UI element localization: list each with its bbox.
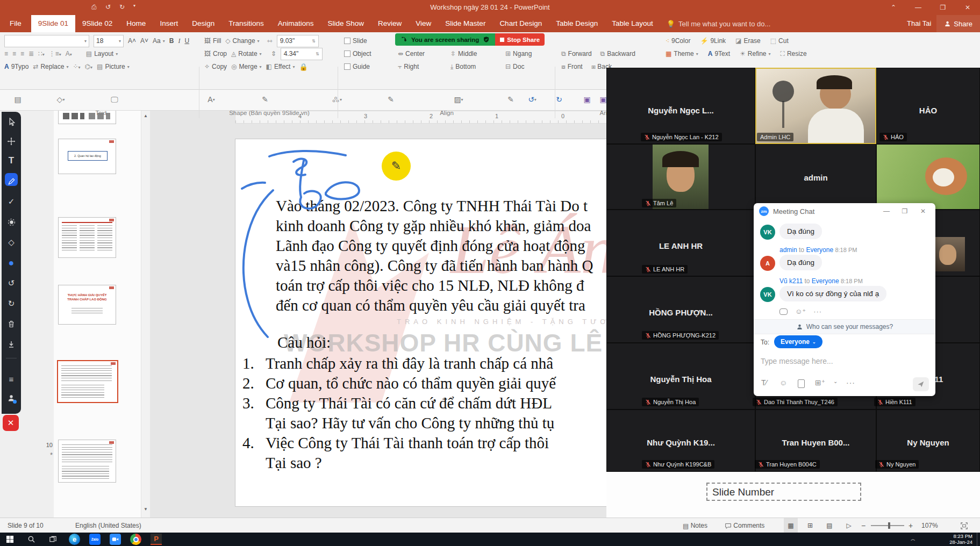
- slide-number-placeholder[interactable]: Slide Number: [706, 483, 861, 501]
- close-icon[interactable]: ✕: [955, 0, 980, 15]
- share-button[interactable]: Share: [936, 15, 980, 32]
- show-desktop-button[interactable]: [977, 533, 980, 546]
- zoom-out-button[interactable]: −: [861, 518, 865, 533]
- notes-page-icon[interactable]: ▤: [10, 92, 25, 106]
- color-swatch-icon[interactable]: ●: [2, 255, 21, 271]
- shapes-icon[interactable]: ◇▾: [53, 92, 68, 106]
- check-tool-icon[interactable]: ✓: [2, 193, 21, 210]
- slide-thumbnail[interactable]: 2. Quan hệ lao động: [58, 139, 116, 174]
- erase-button[interactable]: ◪Erase: [735, 37, 761, 45]
- font-color-icon[interactable]: A▾: [204, 92, 219, 106]
- chat-message[interactable]: Vì ko có sự đồng ý của nlđ ạ: [779, 286, 886, 301]
- text-tool-icon[interactable]: T: [2, 153, 21, 169]
- tab-9slide01[interactable]: 9Slide 01: [31, 15, 75, 32]
- slide-thumbnail[interactable]: [58, 440, 116, 483]
- fill-button[interactable]: 🖽Fill: [204, 37, 221, 45]
- zoom-in-button[interactable]: +: [909, 518, 913, 533]
- text-style-icon[interactable]: A▾: [66, 50, 72, 58]
- redo-annotation-icon[interactable]: ↻: [2, 296, 21, 312]
- monitor-icon[interactable]: 🖵: [107, 92, 122, 106]
- align-center-button[interactable]: ⇹Center: [398, 50, 425, 58]
- 9text-button[interactable]: A9Text: [708, 50, 730, 58]
- taskbar-search-icon[interactable]: [26, 534, 37, 545]
- save-icon[interactable]: ▣: [580, 92, 595, 106]
- rotate-button[interactable]: ◬Rotate▾: [231, 50, 262, 58]
- draw-table-icon[interactable]: ▨▾: [451, 92, 466, 106]
- participants-icon[interactable]: [2, 390, 21, 406]
- reading-view-button[interactable]: ▤: [822, 518, 836, 533]
- merge-button[interactable]: ◎Merge▾: [231, 63, 262, 70]
- tray-expand-icon[interactable]: ︿: [911, 536, 915, 543]
- pen-icon[interactable]: ✎: [257, 92, 273, 106]
- trash-icon[interactable]: [2, 316, 21, 332]
- participant-tile[interactable]: admin: [755, 144, 876, 210]
- replace-button[interactable]: ⇄Replace▾: [33, 63, 68, 70]
- align-right-button[interactable]: ⫟Right: [398, 63, 419, 70]
- send-button[interactable]: [913, 377, 929, 391]
- eraser-pen-icon[interactable]: ✎: [503, 92, 518, 106]
- tab-view[interactable]: View: [409, 15, 438, 32]
- decrease-font-icon[interactable]: A˅: [140, 37, 148, 45]
- emoji-react-icon[interactable]: ☺⁺: [795, 307, 806, 315]
- slide-counter[interactable]: Slide 9 of 10: [8, 518, 44, 533]
- slide-thumbnail[interactable]: THỰC HÀNH GIẢI QUYẾT TRANH CHẤP LAO ĐỘNG: [58, 285, 116, 325]
- slide-sorter-view-button[interactable]: ⊞: [803, 518, 817, 533]
- crop-button[interactable]: 🖾Crop: [204, 50, 227, 58]
- emoji-icon[interactable]: ☺: [779, 378, 787, 387]
- bring-front-button[interactable]: ⧇Front: [561, 63, 583, 70]
- resize-button[interactable]: ⛶Resize: [781, 50, 807, 58]
- align-left-icon[interactable]: ≡: [4, 50, 8, 58]
- tab-slide-master[interactable]: Slide Master: [438, 15, 492, 32]
- highlighter-icon[interactable]: ✎: [383, 92, 398, 106]
- align-bottom-button[interactable]: ⤓Bottom: [450, 63, 476, 70]
- format-text-icon[interactable]: T⁄: [761, 378, 767, 387]
- numbering-icon[interactable]: ⋮≡▾: [49, 50, 61, 58]
- pen-tool-icon[interactable]: [2, 173, 21, 189]
- increase-font-icon[interactable]: A˄: [128, 37, 136, 45]
- font-family-combobox[interactable]: ▾: [4, 35, 89, 47]
- task-view-icon[interactable]: [47, 534, 59, 545]
- ribbon-display-options-icon[interactable]: ⌃: [881, 0, 906, 15]
- redo-icon[interactable]: ↻: [552, 92, 567, 106]
- slideshow-view-button[interactable]: ▷: [842, 518, 856, 533]
- bullets-icon[interactable]: ∷▾: [38, 50, 45, 58]
- menu-icon[interactable]: ≡: [2, 371, 21, 387]
- more-actions-icon[interactable]: ···: [813, 307, 822, 315]
- stop-share-button[interactable]: Stop Share: [495, 33, 545, 46]
- align-guide-checkbox[interactable]: Guide: [344, 63, 370, 70]
- change-case-icon[interactable]: Aa▾: [153, 37, 165, 45]
- change-shape-button[interactable]: ◇Change▾: [225, 37, 259, 45]
- chevron-down-icon[interactable]: ⌄: [833, 378, 838, 384]
- powerpoint-app-icon[interactable]: P: [151, 534, 162, 545]
- align-slide-checkbox[interactable]: Slide: [344, 37, 367, 45]
- spotlight-tool-icon[interactable]: [2, 214, 21, 230]
- chat-header[interactable]: zm Meeting Chat — ❐ ✕: [754, 203, 935, 219]
- reply-icon[interactable]: [779, 308, 788, 315]
- chat-close-icon[interactable]: ✕: [916, 207, 930, 215]
- 9typo-button[interactable]: A9Typo: [4, 63, 28, 70]
- ink-color-icon[interactable]: 🝆▾: [330, 92, 345, 106]
- italic-button[interactable]: I: [178, 37, 180, 45]
- close-annotation-button[interactable]: ✕: [3, 415, 19, 431]
- 9color-button[interactable]: ⁖9Color: [666, 37, 690, 45]
- align-center-icon[interactable]: ≡: [12, 50, 16, 58]
- save-annotation-icon[interactable]: [2, 336, 21, 353]
- tab-home[interactable]: Home: [119, 15, 153, 32]
- picture-button[interactable]: ▤Picture▾: [97, 63, 130, 70]
- undo-icon[interactable]: ↺▾: [525, 92, 540, 106]
- tab-slideshow[interactable]: Slide Show: [321, 15, 371, 32]
- attach-file-icon[interactable]: [798, 379, 805, 390]
- restore-icon[interactable]: ❐: [931, 0, 955, 15]
- taskbar-clock[interactable]: 8:23 PM 28-Jan-24: [949, 534, 972, 545]
- zalo-app-icon[interactable]: Zalo: [89, 534, 101, 545]
- diagram-icon[interactable]: ⌬▾: [85, 63, 93, 70]
- underline-button[interactable]: U: [184, 37, 189, 45]
- edge-app-icon[interactable]: e: [69, 534, 80, 545]
- tab-transitions[interactable]: Transitions: [221, 15, 271, 32]
- move-tool-icon[interactable]: [2, 133, 21, 149]
- undo-annotation-icon[interactable]: ↺: [2, 275, 21, 291]
- tab-table-layout[interactable]: Table Layout: [605, 15, 660, 32]
- zoom-slider-thumb[interactable]: [888, 522, 890, 529]
- comments-button[interactable]: Comments: [725, 518, 764, 533]
- theme-button[interactable]: ▦Theme▾: [666, 50, 698, 58]
